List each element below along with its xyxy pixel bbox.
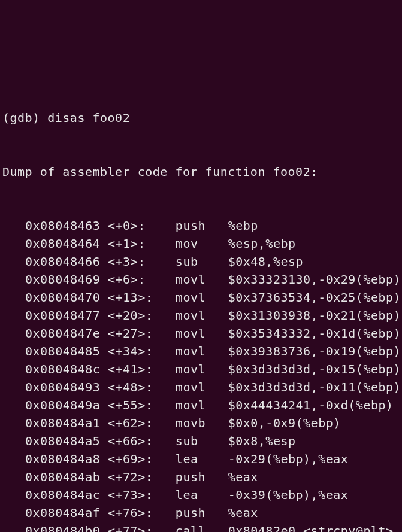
instruction-operands: $0x31303938,-0x21(%ebp)	[228, 308, 401, 323]
instruction-address: 0x08048477	[25, 308, 100, 323]
disassembly-row: 0x080484a5 <+66>: sub $0x8,%esp	[2, 432, 400, 450]
disassembly-row: 0x0804847e <+27>: movl $0x35343332,-0x1d…	[2, 324, 400, 342]
disassembly-row: 0x080484a8 <+69>: lea -0x29(%ebp),%eax	[2, 450, 400, 468]
instruction-address: 0x0804849a	[25, 398, 100, 412]
instruction-mnemonic: push	[176, 218, 228, 233]
instruction-mnemonic: call	[176, 524, 228, 532]
instruction-address: 0x080484a5	[25, 434, 100, 448]
disassembly-row: 0x0804849a <+55>: movl $0x44434241,-0xd(…	[2, 396, 400, 414]
instruction-address: 0x08048469	[25, 272, 100, 287]
disassembly-row: 0x080484af <+76>: push %eax	[2, 504, 400, 522]
dump-header: Dump of assembler code for function foo0…	[2, 163, 400, 181]
gdb-prompt: (gdb)	[2, 111, 47, 125]
disassembly-row: 0x0804848c <+41>: movl $0x3d3d3d3d,-0x15…	[2, 360, 400, 378]
disassembly-row: 0x08048485 <+34>: movl $0x39383736,-0x19…	[2, 342, 400, 360]
instruction-address: 0x080484af	[25, 506, 100, 520]
instruction-mnemonic: push	[176, 506, 228, 520]
instruction-address: 0x0804847e	[25, 326, 100, 341]
instruction-operands: $0x48,%esp	[228, 254, 303, 269]
disassembly-row: 0x080484b0 <+77>: call 0x80482e0 <strcpy…	[2, 522, 400, 532]
instruction-mnemonic: movl	[176, 344, 228, 358]
instruction-mnemonic: movl	[176, 362, 228, 376]
instruction-offset: <+66>:	[108, 434, 176, 448]
instruction-operands: $0x44434241,-0xd(%ebp)	[228, 398, 394, 412]
instruction-offset: <+41>:	[108, 362, 176, 376]
instruction-address: 0x080484ab	[25, 470, 100, 484]
instruction-operands: 0x80482e0 <strcpy@plt>	[228, 524, 394, 532]
instruction-offset: <+13>:	[108, 290, 176, 305]
instruction-operands: $0x3d3d3d3d,-0x11(%ebp)	[228, 380, 401, 394]
instruction-operands: %eax	[228, 470, 258, 484]
instruction-mnemonic: lea	[176, 488, 228, 502]
instruction-operands: $0x37363534,-0x25(%ebp)	[228, 290, 401, 305]
instruction-offset: <+27>:	[108, 326, 176, 341]
instruction-mnemonic: sub	[176, 254, 228, 269]
instruction-offset: <+55>:	[108, 398, 176, 412]
instruction-operands: $0x8,%esp	[228, 434, 296, 448]
disassembly-row: 0x08048466 <+3>: sub $0x48,%esp	[2, 253, 400, 270]
disassembly-row: 0x080484a1 <+62>: movb $0x0,-0x9(%ebp)	[2, 414, 400, 432]
instruction-offset: <+69>:	[108, 452, 176, 466]
instruction-mnemonic: movl	[176, 326, 228, 341]
instruction-mnemonic: mov	[176, 236, 228, 251]
disassembly-row: 0x08048477 <+20>: movl $0x31303938,-0x21…	[2, 306, 400, 324]
command-line[interactable]: (gdb) disas foo02	[2, 109, 400, 127]
instruction-operands: $0x35343332,-0x1d(%ebp)	[228, 326, 401, 341]
instruction-offset: <+48>:	[108, 380, 176, 394]
disassembly-row: 0x08048464 <+1>: mov %esp,%ebp	[2, 235, 400, 253]
instruction-mnemonic: sub	[176, 434, 228, 448]
instruction-operands: $0x3d3d3d3d,-0x15(%ebp)	[228, 362, 401, 376]
instruction-offset: <+77>:	[108, 524, 176, 532]
instruction-address: 0x08048463	[25, 218, 100, 233]
instruction-offset: <+76>:	[108, 506, 176, 520]
instruction-operands: $0x33323130,-0x29(%ebp)	[228, 272, 401, 287]
instruction-offset: <+62>:	[108, 416, 176, 430]
instruction-address: 0x080484ac	[25, 488, 100, 502]
instruction-address: 0x080484a1	[25, 416, 100, 430]
instruction-mnemonic: movl	[176, 398, 228, 412]
instruction-operands: -0x29(%ebp),%eax	[228, 452, 349, 466]
gdb-terminal[interactable]: (gdb) disas foo02 Dump of assembler code…	[2, 73, 400, 532]
instruction-address: 0x08048466	[25, 254, 100, 269]
instruction-mnemonic: movl	[176, 308, 228, 323]
instruction-address: 0x08048493	[25, 380, 100, 394]
instruction-offset: <+20>:	[108, 308, 176, 323]
instruction-offset: <+6>:	[108, 272, 176, 287]
instruction-offset: <+34>:	[108, 344, 176, 358]
instruction-offset: <+1>:	[108, 236, 176, 251]
instruction-mnemonic: lea	[176, 452, 228, 466]
disassembly-rows: 0x08048463 <+0>: push %ebp0x08048464 <+1…	[2, 217, 400, 532]
instruction-address: 0x0804848c	[25, 362, 100, 376]
instruction-operands: %esp,%ebp	[228, 236, 296, 251]
instruction-operands: $0x39383736,-0x19(%ebp)	[228, 344, 401, 358]
instruction-address: 0x080484b0	[25, 524, 100, 532]
disassembly-row: 0x080484ac <+73>: lea -0x39(%ebp),%eax	[2, 486, 400, 504]
instruction-mnemonic: movb	[176, 416, 228, 430]
instruction-offset: <+73>:	[108, 488, 176, 502]
disassembly-row: 0x08048493 <+48>: movl $0x3d3d3d3d,-0x11…	[2, 378, 400, 396]
instruction-address: 0x08048485	[25, 344, 100, 358]
disassembly-row: 0x080484ab <+72>: push %eax	[2, 468, 400, 486]
instruction-mnemonic: push	[176, 470, 228, 484]
instruction-address: 0x08048470	[25, 290, 100, 305]
instruction-address: 0x080484a8	[25, 452, 100, 466]
instruction-mnemonic: movl	[176, 290, 228, 305]
disassembly-row: 0x08048470 <+13>: movl $0x37363534,-0x25…	[2, 288, 400, 306]
instruction-offset: <+72>:	[108, 470, 176, 484]
disassembly-row: 0x08048463 <+0>: push %ebp	[2, 217, 400, 235]
disassembly-row: 0x08048469 <+6>: movl $0x33323130,-0x29(…	[2, 270, 400, 288]
instruction-operands: $0x0,-0x9(%ebp)	[228, 416, 341, 430]
instruction-operands: %ebp	[228, 218, 258, 233]
instruction-address: 0x08048464	[25, 236, 100, 251]
instruction-operands: %eax	[228, 506, 258, 520]
instruction-offset: <+0>:	[108, 218, 176, 233]
instruction-operands: -0x39(%ebp),%eax	[228, 488, 349, 502]
gdb-command: disas foo02	[47, 111, 130, 125]
instruction-offset: <+3>:	[108, 254, 176, 269]
instruction-mnemonic: movl	[176, 272, 228, 287]
instruction-mnemonic: movl	[176, 380, 228, 394]
